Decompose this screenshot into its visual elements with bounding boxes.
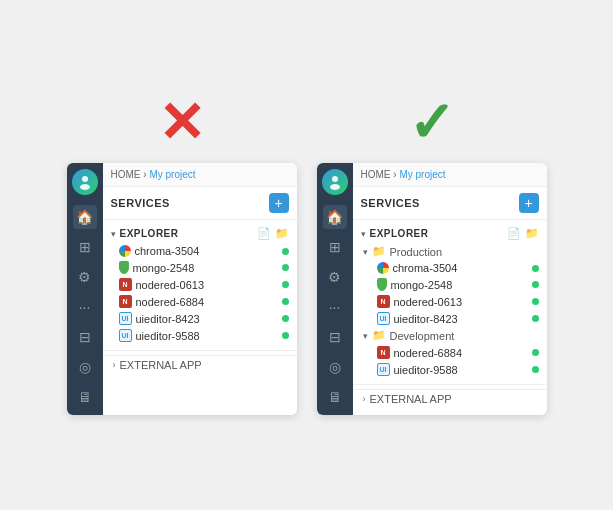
right-breadcrumb-project[interactable]: My project (399, 169, 445, 180)
left-explorer-title: EXPLORER (120, 228, 179, 239)
left-sidebar: 🏠 ⊞ ⚙ ··· ⊟ ◎ 🖥 (67, 163, 103, 415)
development-group-header[interactable]: ▾ 📁 Development (353, 327, 547, 344)
right-service-row-chroma[interactable]: chroma-3504 (353, 260, 547, 276)
right-service-name-node2: nodered-6884 (394, 347, 463, 359)
right-add-service-button[interactable]: + (519, 193, 539, 213)
sidebar-grid-icon[interactable]: ⊞ (73, 235, 97, 259)
left-service-row-node1[interactable]: N nodered-0613 (103, 276, 297, 293)
node1-status-dot (282, 281, 289, 288)
right-mongo-dot (532, 281, 539, 288)
svg-point-2 (332, 176, 338, 182)
node-icon-1: N (119, 278, 132, 291)
svg-point-0 (82, 176, 88, 182)
right-service-name-node1: nodered-0613 (394, 296, 463, 308)
left-service-name-mongo: mongo-2548 (133, 262, 195, 274)
right-ext-chevron: › (363, 394, 366, 404)
right-service-row-mongo[interactable]: mongo-2548 (353, 276, 547, 293)
sidebar-more-icon[interactable]: ··· (73, 295, 97, 319)
left-services-header: SERVICES + (103, 187, 297, 220)
right-ui1-dot (532, 315, 539, 322)
right-node2-dot (532, 349, 539, 356)
result-icon-correct: ✓ (408, 95, 455, 151)
left-ext-chevron: › (113, 360, 116, 370)
left-explorer-actions: 📄 📁 (257, 227, 289, 240)
left-explorer-chevron[interactable]: ▾ (111, 229, 116, 239)
development-folder-icon: 📁 (372, 329, 386, 342)
left-service-row-ui1[interactable]: UI uieditor-8423 (103, 310, 297, 327)
right-ui-icon-1: UI (377, 312, 390, 325)
left-add-service-button[interactable]: + (269, 193, 289, 213)
right-separator (353, 384, 547, 385)
mongo-status-dot (282, 264, 289, 271)
ui-icon-2: UI (119, 329, 132, 342)
right-avatar[interactable] (322, 169, 348, 195)
right-service-row-node2[interactable]: N nodered-6884 (353, 344, 547, 361)
sidebar-home-icon[interactable]: 🏠 (73, 205, 97, 229)
left-main-content: HOME › My project SERVICES + ▾ EXPLORER … (103, 163, 297, 415)
right-services-header: SERVICES + (353, 187, 547, 220)
right-sidebar-more-icon[interactable]: ··· (323, 295, 347, 319)
right-ui2-dot (532, 366, 539, 373)
right-sidebar-circle-icon[interactable]: ◎ (323, 355, 347, 379)
production-chevron: ▾ (363, 247, 368, 257)
right-breadcrumb-home: HOME (361, 169, 391, 180)
left-service-row-chroma[interactable]: chroma-3504 (103, 243, 297, 259)
avatar[interactable] (72, 169, 98, 195)
chroma-status-dot (282, 248, 289, 255)
node2-status-dot (282, 298, 289, 305)
right-service-name-mongo: mongo-2548 (391, 279, 453, 291)
left-explorer-folder-icon[interactable]: 📁 (275, 227, 289, 240)
left-services-title: SERVICES (111, 197, 170, 209)
chroma-icon (119, 245, 131, 257)
left-breadcrumb: HOME › My project (103, 163, 297, 187)
right-sidebar-grid-icon[interactable]: ⊞ (323, 235, 347, 259)
production-group-header[interactable]: ▾ 📁 Production (353, 243, 547, 260)
left-panel: 🏠 ⊞ ⚙ ··· ⊟ ◎ 🖥 HOME › My project SERVIC… (67, 163, 297, 415)
sidebar-gear-icon[interactable]: ⚙ (73, 265, 97, 289)
right-service-row-node1[interactable]: N nodered-0613 (353, 293, 547, 310)
right-node-icon-2: N (377, 346, 390, 359)
node-icon-2: N (119, 295, 132, 308)
right-sidebar-home-icon[interactable]: 🏠 (323, 205, 347, 229)
right-panel: 🏠 ⊞ ⚙ ··· ⊟ ◎ 🖥 HOME › My project SERVIC… (317, 163, 547, 415)
breadcrumb-home: HOME (111, 169, 141, 180)
right-external-app-label: EXTERNAL APP (370, 393, 452, 405)
right-explorer-chevron[interactable]: ▾ (361, 229, 366, 239)
right-service-row-ui1[interactable]: UI uieditor-8423 (353, 310, 547, 327)
left-explorer-file-icon[interactable]: 📄 (257, 227, 271, 240)
right-explorer-file-icon[interactable]: 📄 (507, 227, 521, 240)
right-sidebar-monitor-icon[interactable]: 🖥 (323, 385, 347, 409)
left-external-app-label: EXTERNAL APP (120, 359, 202, 371)
right-sidebar-gear-icon[interactable]: ⚙ (323, 265, 347, 289)
left-service-name-node2: nodered-6884 (136, 296, 205, 308)
breadcrumb-project[interactable]: My project (149, 169, 195, 180)
mongo-icon (119, 261, 129, 274)
ui1-status-dot (282, 315, 289, 322)
right-explorer-folder-icon[interactable]: 📁 (525, 227, 539, 240)
left-service-row-mongo[interactable]: mongo-2548 (103, 259, 297, 276)
right-panel-wrapper: ✓ 🏠 ⊞ ⚙ ··· ⊟ ◎ 🖥 HOME › My proje (317, 95, 547, 415)
sidebar-circle-icon[interactable]: ◎ (73, 355, 97, 379)
development-chevron: ▾ (363, 331, 368, 341)
right-service-name-chroma: chroma-3504 (393, 262, 458, 274)
left-service-name-ui1: uieditor-8423 (136, 313, 200, 325)
sidebar-monitor-icon[interactable]: 🖥 (73, 385, 97, 409)
left-panel-wrapper: ✕ 🏠 ⊞ ⚙ ··· ⊟ ◎ 🖥 HOME › My proje (67, 95, 297, 415)
right-mongo-icon (377, 278, 387, 291)
right-breadcrumb: HOME › My project (353, 163, 547, 187)
right-services-title: SERVICES (361, 197, 420, 209)
left-service-row-ui2[interactable]: UI uieditor-9588 (103, 327, 297, 344)
left-external-app[interactable]: › EXTERNAL APP (103, 355, 297, 374)
right-sidebar-apps-icon[interactable]: ⊟ (323, 325, 347, 349)
right-explorer-actions: 📄 📁 (507, 227, 539, 240)
left-service-row-node2[interactable]: N nodered-6884 (103, 293, 297, 310)
right-main-content: HOME › My project SERVICES + ▾ EXPLORER … (353, 163, 547, 415)
right-ui-icon-2: UI (377, 363, 390, 376)
right-service-row-ui2[interactable]: UI uieditor-9588 (353, 361, 547, 378)
right-external-app[interactable]: › EXTERNAL APP (353, 389, 547, 408)
ui2-status-dot (282, 332, 289, 339)
svg-point-1 (80, 184, 90, 190)
sidebar-apps-icon[interactable]: ⊟ (73, 325, 97, 349)
right-explorer-title-row: ▾ EXPLORER (361, 228, 429, 239)
development-group-label: Development (390, 330, 455, 342)
